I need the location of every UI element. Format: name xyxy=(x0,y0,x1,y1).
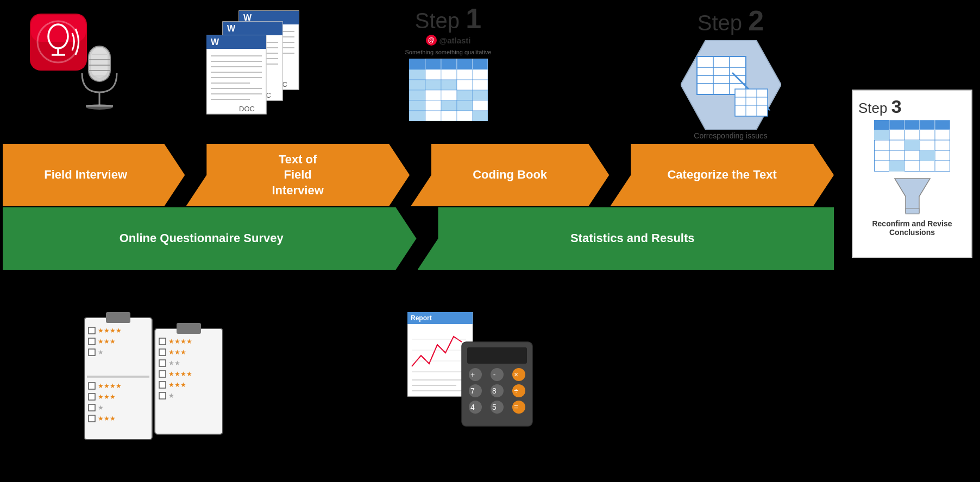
svg-rect-70 xyxy=(409,100,425,111)
svg-text:★★: ★★ xyxy=(168,359,180,367)
svg-rect-77 xyxy=(441,111,457,121)
svg-rect-79 xyxy=(473,111,488,121)
svg-rect-65 xyxy=(409,90,425,100)
field-interview-icons xyxy=(30,8,139,144)
atlasti-sub: Something something qualitative xyxy=(405,49,492,55)
svg-rect-107 xyxy=(874,130,889,140)
svg-rect-99 xyxy=(935,120,950,130)
svg-text:★★★★: ★★★★ xyxy=(168,370,192,378)
step3-spreadsheet-icon xyxy=(874,120,950,172)
svg-rect-128 xyxy=(106,312,130,323)
svg-rect-76 xyxy=(425,111,441,121)
svg-text:★★★★: ★★★★ xyxy=(98,327,122,334)
step2-corresponding-label: Corresponding issues xyxy=(694,131,767,140)
document-icons: W DOC W DOC xyxy=(206,8,321,138)
svg-rect-60 xyxy=(409,80,425,90)
svg-rect-62 xyxy=(441,80,457,90)
svg-rect-71 xyxy=(425,100,441,111)
svg-rect-109 xyxy=(920,150,935,161)
svg-rect-59 xyxy=(473,69,488,80)
flow-seg-coding-book: Coding Book xyxy=(411,144,609,206)
flow-wrapper: Field Interview Text ofFieldInterview Co… xyxy=(3,144,834,270)
svg-rect-96 xyxy=(889,120,904,130)
step3-label: Step 3 xyxy=(858,97,902,116)
svg-rect-89 xyxy=(735,89,768,116)
svg-rect-95 xyxy=(874,120,889,130)
svg-text:+: + xyxy=(470,370,475,379)
svg-rect-66 xyxy=(425,90,441,100)
svg-rect-50 xyxy=(409,59,425,69)
flow-seg-categorize-text: Categorize the Text xyxy=(610,144,834,206)
svg-text:Report: Report xyxy=(411,314,432,322)
step2-hex-icon xyxy=(681,40,781,130)
main-container: W DOC W DOC xyxy=(0,0,980,482)
svg-rect-73 xyxy=(457,100,473,111)
svg-rect-97 xyxy=(904,120,920,130)
svg-rect-69 xyxy=(473,90,488,100)
svg-rect-134 xyxy=(89,349,95,356)
svg-rect-132 xyxy=(89,338,95,345)
svg-rect-117 xyxy=(159,349,166,356)
svg-rect-108 xyxy=(904,140,920,150)
svg-text:W: W xyxy=(211,37,219,47)
svg-rect-78 xyxy=(457,111,473,121)
svg-text:★★★: ★★★ xyxy=(98,415,116,422)
svg-text:★★★★: ★★★★ xyxy=(98,382,122,390)
step2-label: Step 2 xyxy=(698,7,764,35)
svg-text:★★★: ★★★ xyxy=(98,338,116,345)
spreadsheet-icon xyxy=(409,59,488,121)
svg-text:5: 5 xyxy=(492,403,497,411)
svg-rect-57 xyxy=(441,69,457,80)
clipboard-group: ★★★★ ★★★ ★★ ★★★★ ★★★ ★ ★★★★ xyxy=(84,312,242,453)
svg-text:W: W xyxy=(243,13,252,22)
svg-rect-63 xyxy=(457,80,473,90)
svg-rect-53 xyxy=(457,59,473,69)
svg-rect-61 xyxy=(425,80,441,90)
flow-seg-statistics: Statistics and Results xyxy=(418,207,834,270)
svg-rect-125 xyxy=(159,392,166,399)
step1-area: Step 1 @ @atlasti Something something qu… xyxy=(380,4,516,143)
svg-rect-112 xyxy=(906,208,919,214)
svg-rect-136 xyxy=(89,383,95,389)
svg-text:★★★: ★★★ xyxy=(168,381,186,389)
svg-text:4: 4 xyxy=(470,403,475,411)
svg-text:★: ★ xyxy=(98,404,104,411)
green-flow-row: Online Questionnaire Survey Statistics a… xyxy=(3,207,834,270)
svg-point-158 xyxy=(491,368,504,381)
svg-rect-58 xyxy=(457,69,473,80)
svg-point-13 xyxy=(86,104,113,110)
svg-text:-: - xyxy=(493,370,496,379)
svg-rect-110 xyxy=(889,161,904,172)
svg-text:★★★★: ★★★★ xyxy=(168,338,192,345)
flow-seg-online-survey: Online Questionnaire Survey xyxy=(3,207,417,270)
svg-rect-7 xyxy=(91,48,108,78)
svg-rect-64 xyxy=(473,80,488,90)
svg-rect-52 xyxy=(441,59,457,69)
svg-text:=: = xyxy=(514,403,518,411)
step3-box: Step 3 xyxy=(852,90,972,258)
svg-rect-138 xyxy=(89,394,95,400)
svg-rect-72 xyxy=(441,100,457,111)
svg-text:DOC: DOC xyxy=(239,105,255,113)
flow-seg-text-field-interview: Text ofFieldInterview xyxy=(186,144,410,206)
svg-rect-142 xyxy=(89,415,95,422)
svg-text:★: ★ xyxy=(168,392,174,399)
svg-text:7: 7 xyxy=(470,386,475,395)
svg-rect-140 xyxy=(89,404,95,411)
svg-rect-123 xyxy=(159,382,166,388)
svg-text:×: × xyxy=(514,370,518,379)
svg-rect-115 xyxy=(159,338,166,345)
svg-rect-67 xyxy=(441,90,457,100)
orange-flow-row: Field Interview Text ofFieldInterview Co… xyxy=(3,144,834,206)
svg-text:W: W xyxy=(227,24,236,33)
microphone-icon xyxy=(72,43,127,119)
svg-marker-111 xyxy=(895,179,930,213)
svg-rect-156 xyxy=(467,347,527,364)
svg-rect-74 xyxy=(473,100,488,111)
funnel-icon xyxy=(892,176,933,217)
svg-rect-75 xyxy=(409,111,425,121)
svg-rect-55 xyxy=(409,69,425,80)
svg-rect-119 xyxy=(159,360,166,366)
svg-rect-121 xyxy=(159,371,166,377)
atlasti-text: @atlasti xyxy=(439,36,471,45)
